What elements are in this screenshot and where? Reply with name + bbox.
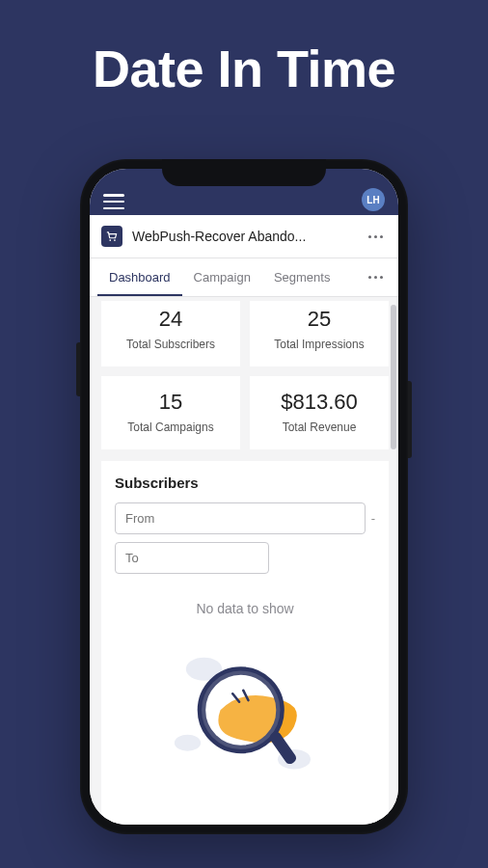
empty-state: No data to show — [115, 601, 375, 782]
stat-label: Total Subscribers — [109, 338, 232, 351]
empty-state-text: No data to show — [115, 601, 375, 616]
date-to-input[interactable] — [115, 542, 269, 574]
stat-value: 24 — [109, 307, 232, 332]
tabs-more-icon[interactable] — [364, 266, 387, 289]
section-title: Subscribers — [115, 475, 375, 491]
tabs: Dashboard Campaign Segments — [90, 258, 398, 297]
stat-label: Total Campaigns — [109, 420, 232, 434]
avatar[interactable]: LH — [362, 188, 385, 211]
cart-icon — [105, 230, 119, 243]
stat-value: 15 — [109, 390, 232, 415]
card-total-subscribers: 24 Total Subscribers — [101, 301, 240, 366]
tab-dashboard[interactable]: Dashboard — [97, 258, 182, 296]
magnifier-illustration — [163, 634, 327, 778]
svg-point-4 — [175, 735, 201, 751]
app-title: WebPush-Recover Abando... — [132, 229, 354, 244]
date-range-row: - — [115, 502, 375, 534]
stat-label: Total Impressions — [258, 338, 381, 351]
date-range-separator: - — [371, 511, 375, 526]
stat-cards: 24 Total Subscribers 25 Total Impression… — [101, 301, 389, 449]
card-total-campaigns: 15 Total Campaigns — [101, 376, 240, 449]
app-screen: LH WebPush-Recover Abando... Dashboard C… — [90, 169, 398, 825]
subscribers-section: Subscribers - No data to show — [101, 461, 389, 825]
svg-point-6 — [202, 670, 281, 749]
app-icon — [101, 226, 122, 247]
card-total-revenue: $813.60 Total Revenue — [250, 376, 389, 449]
menu-icon[interactable] — [103, 194, 124, 209]
phone-frame: LH WebPush-Recover Abando... Dashboard C… — [80, 159, 408, 834]
app-more-icon[interactable] — [364, 225, 387, 248]
tab-segments[interactable]: Segments — [262, 258, 342, 296]
app-title-row: WebPush-Recover Abando... — [90, 215, 398, 258]
date-from-input[interactable] — [115, 502, 366, 534]
scrollbar[interactable] — [391, 305, 396, 449]
svg-point-1 — [114, 239, 116, 241]
svg-point-0 — [109, 239, 111, 241]
phone-notch — [162, 159, 326, 186]
stat-label: Total Revenue — [258, 420, 381, 434]
hero-title: Date In Time — [0, 39, 488, 98]
content-area: 24 Total Subscribers 25 Total Impression… — [90, 297, 398, 825]
card-total-impressions: 25 Total Impressions — [250, 301, 389, 366]
tab-campaign[interactable]: Campaign — [182, 258, 262, 296]
stat-value: 25 — [258, 307, 381, 332]
stat-value: $813.60 — [258, 390, 381, 415]
